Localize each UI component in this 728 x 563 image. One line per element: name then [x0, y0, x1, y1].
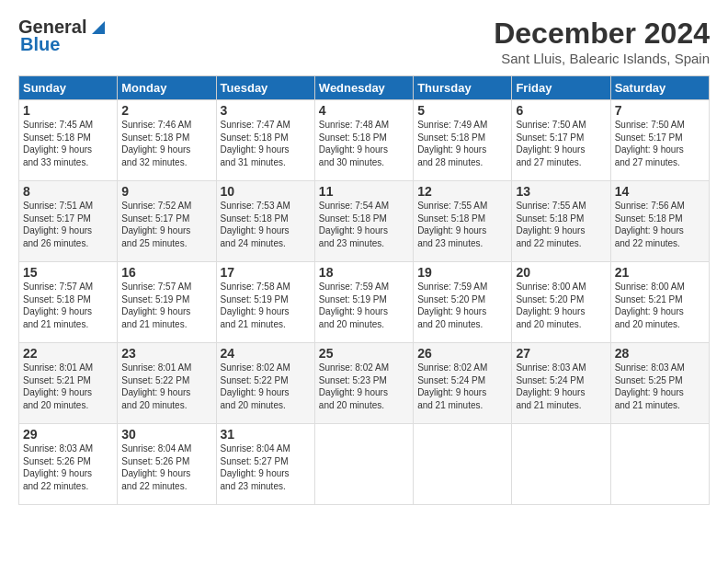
calendar-cell: 6Sunrise: 7:50 AM Sunset: 5:17 PM Daylig… — [512, 100, 610, 181]
calendar-table: Sunday Monday Tuesday Wednesday Thursday… — [18, 75, 710, 505]
calendar-cell: 8Sunrise: 7:51 AM Sunset: 5:17 PM Daylig… — [19, 181, 118, 262]
day-info: Sunrise: 8:02 AM Sunset: 5:23 PM Dayligh… — [319, 362, 409, 411]
day-number: 10 — [221, 184, 311, 199]
day-number: 28 — [615, 346, 705, 361]
day-number: 19 — [417, 265, 507, 280]
day-number: 1 — [23, 103, 113, 118]
day-info: Sunrise: 7:46 AM Sunset: 5:18 PM Dayligh… — [121, 119, 211, 168]
day-number: 2 — [121, 103, 211, 118]
day-info: Sunrise: 8:00 AM Sunset: 5:20 PM Dayligh… — [516, 281, 606, 330]
col-wednesday: Wednesday — [314, 76, 413, 100]
day-info: Sunrise: 7:55 AM Sunset: 5:18 PM Dayligh… — [417, 200, 507, 249]
day-info: Sunrise: 7:58 AM Sunset: 5:19 PM Dayligh… — [221, 281, 311, 330]
col-sunday: Sunday — [19, 76, 118, 100]
calendar-cell: 27Sunrise: 8:03 AM Sunset: 5:24 PM Dayli… — [512, 343, 610, 424]
calendar-cell: 9Sunrise: 7:52 AM Sunset: 5:17 PM Daylig… — [118, 181, 216, 262]
day-info: Sunrise: 7:56 AM Sunset: 5:18 PM Dayligh… — [615, 200, 705, 249]
day-info: Sunrise: 7:50 AM Sunset: 5:17 PM Dayligh… — [615, 119, 705, 168]
day-number: 22 — [23, 346, 113, 361]
day-number: 18 — [319, 265, 409, 280]
day-info: Sunrise: 8:02 AM Sunset: 5:24 PM Dayligh… — [417, 362, 507, 411]
day-info: Sunrise: 8:03 AM Sunset: 5:25 PM Dayligh… — [615, 362, 705, 411]
calendar-cell: 28Sunrise: 8:03 AM Sunset: 5:25 PM Dayli… — [610, 343, 709, 424]
logo-icon — [88, 17, 108, 38]
calendar-cell: 4Sunrise: 7:48 AM Sunset: 5:18 PM Daylig… — [314, 100, 413, 181]
day-number: 12 — [417, 184, 507, 199]
day-info: Sunrise: 8:04 AM Sunset: 5:27 PM Dayligh… — [221, 442, 311, 492]
day-number: 25 — [319, 346, 409, 361]
day-number: 23 — [121, 346, 211, 361]
calendar-cell: 13Sunrise: 7:55 AM Sunset: 5:18 PM Dayli… — [512, 181, 610, 262]
day-info: Sunrise: 7:51 AM Sunset: 5:17 PM Dayligh… — [23, 200, 113, 249]
day-number: 31 — [221, 427, 311, 442]
day-info: Sunrise: 7:53 AM Sunset: 5:18 PM Dayligh… — [221, 200, 311, 249]
calendar-cell: 18Sunrise: 7:59 AM Sunset: 5:19 PM Dayli… — [314, 262, 413, 343]
day-number: 3 — [221, 103, 311, 118]
calendar-cell: 10Sunrise: 7:53 AM Sunset: 5:18 PM Dayli… — [216, 181, 314, 262]
title-area: December 2024 Sant Lluis, Balearic Islan… — [494, 17, 710, 66]
col-tuesday: Tuesday — [216, 76, 314, 100]
day-number: 9 — [121, 184, 211, 199]
day-info: Sunrise: 7:59 AM Sunset: 5:19 PM Dayligh… — [319, 281, 409, 330]
day-info: Sunrise: 7:59 AM Sunset: 5:20 PM Dayligh… — [417, 281, 507, 330]
day-number: 17 — [221, 265, 311, 280]
day-info: Sunrise: 8:01 AM Sunset: 5:22 PM Dayligh… — [121, 362, 211, 411]
day-info: Sunrise: 8:03 AM Sunset: 5:24 PM Dayligh… — [516, 362, 606, 411]
day-number: 29 — [23, 427, 113, 442]
calendar-week-5: 29Sunrise: 8:03 AM Sunset: 5:26 PM Dayli… — [19, 424, 710, 505]
calendar-cell: 5Sunrise: 7:49 AM Sunset: 5:18 PM Daylig… — [414, 100, 512, 181]
day-info: Sunrise: 8:02 AM Sunset: 5:22 PM Dayligh… — [221, 362, 311, 411]
day-number: 26 — [417, 346, 507, 361]
calendar-cell — [414, 424, 512, 505]
col-monday: Monday — [118, 76, 216, 100]
day-info: Sunrise: 8:01 AM Sunset: 5:21 PM Dayligh… — [23, 362, 113, 411]
calendar-week-3: 15Sunrise: 7:57 AM Sunset: 5:18 PM Dayli… — [19, 262, 710, 343]
day-number: 8 — [23, 184, 113, 199]
day-number: 4 — [319, 103, 409, 118]
calendar-week-2: 8Sunrise: 7:51 AM Sunset: 5:17 PM Daylig… — [19, 181, 710, 262]
calendar-cell: 20Sunrise: 8:00 AM Sunset: 5:20 PM Dayli… — [512, 262, 610, 343]
main-title: December 2024 — [494, 17, 710, 51]
calendar-cell: 29Sunrise: 8:03 AM Sunset: 5:26 PM Dayli… — [19, 424, 118, 505]
day-info: Sunrise: 7:47 AM Sunset: 5:18 PM Dayligh… — [221, 119, 311, 168]
calendar-cell — [512, 424, 610, 505]
calendar-cell: 24Sunrise: 8:02 AM Sunset: 5:22 PM Dayli… — [216, 343, 314, 424]
day-info: Sunrise: 7:49 AM Sunset: 5:18 PM Dayligh… — [417, 119, 507, 168]
day-number: 13 — [516, 184, 606, 199]
col-saturday: Saturday — [610, 76, 709, 100]
col-thursday: Thursday — [414, 76, 512, 100]
day-info: Sunrise: 7:50 AM Sunset: 5:17 PM Dayligh… — [516, 119, 606, 168]
calendar-cell: 14Sunrise: 7:56 AM Sunset: 5:18 PM Dayli… — [610, 181, 709, 262]
day-number: 24 — [221, 346, 311, 361]
day-info: Sunrise: 8:03 AM Sunset: 5:26 PM Dayligh… — [23, 442, 113, 492]
logo-blue: Blue — [18, 34, 60, 55]
calendar-cell: 31Sunrise: 8:04 AM Sunset: 5:27 PM Dayli… — [216, 424, 314, 505]
calendar-cell — [314, 424, 413, 505]
day-number: 27 — [516, 346, 606, 361]
calendar-cell: 16Sunrise: 7:57 AM Sunset: 5:19 PM Dayli… — [118, 262, 216, 343]
calendar-cell: 17Sunrise: 7:58 AM Sunset: 5:19 PM Dayli… — [216, 262, 314, 343]
calendar-cell: 11Sunrise: 7:54 AM Sunset: 5:18 PM Dayli… — [314, 181, 413, 262]
day-number: 14 — [615, 184, 705, 199]
day-number: 15 — [23, 265, 113, 280]
col-friday: Friday — [512, 76, 610, 100]
header-row: Sunday Monday Tuesday Wednesday Thursday… — [19, 76, 710, 100]
day-info: Sunrise: 7:57 AM Sunset: 5:19 PM Dayligh… — [121, 281, 211, 330]
day-info: Sunrise: 7:45 AM Sunset: 5:18 PM Dayligh… — [23, 119, 113, 168]
calendar-cell: 30Sunrise: 8:04 AM Sunset: 5:26 PM Dayli… — [118, 424, 216, 505]
calendar-cell: 7Sunrise: 7:50 AM Sunset: 5:17 PM Daylig… — [610, 100, 709, 181]
svg-marker-0 — [92, 21, 105, 34]
calendar-week-4: 22Sunrise: 8:01 AM Sunset: 5:21 PM Dayli… — [19, 343, 710, 424]
calendar-cell: 1Sunrise: 7:45 AM Sunset: 5:18 PM Daylig… — [19, 100, 118, 181]
calendar-cell: 3Sunrise: 7:47 AM Sunset: 5:18 PM Daylig… — [216, 100, 314, 181]
calendar-cell: 12Sunrise: 7:55 AM Sunset: 5:18 PM Dayli… — [414, 181, 512, 262]
day-number: 5 — [417, 103, 507, 118]
day-info: Sunrise: 7:48 AM Sunset: 5:18 PM Dayligh… — [319, 119, 409, 168]
calendar-cell: 2Sunrise: 7:46 AM Sunset: 5:18 PM Daylig… — [118, 100, 216, 181]
day-info: Sunrise: 8:00 AM Sunset: 5:21 PM Dayligh… — [615, 281, 705, 330]
calendar-cell: 22Sunrise: 8:01 AM Sunset: 5:21 PM Dayli… — [19, 343, 118, 424]
calendar-cell: 19Sunrise: 7:59 AM Sunset: 5:20 PM Dayli… — [414, 262, 512, 343]
day-number: 11 — [319, 184, 409, 199]
logo: General Blue — [18, 17, 108, 55]
day-info: Sunrise: 7:57 AM Sunset: 5:18 PM Dayligh… — [23, 281, 113, 330]
